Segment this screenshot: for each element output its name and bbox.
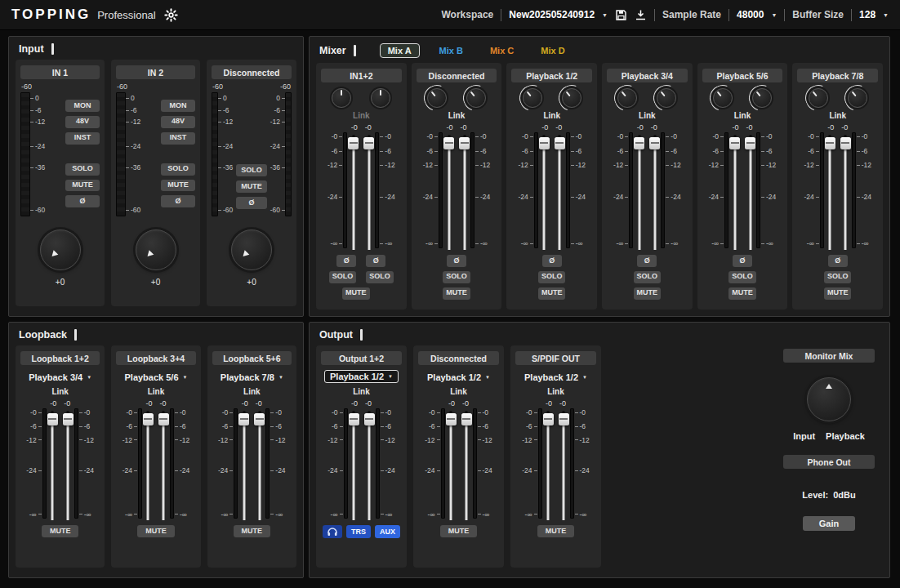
solo-button[interactable]: SOLO [65, 163, 100, 176]
trs-button[interactable]: TRS [346, 525, 371, 538]
fader-left[interactable] [825, 132, 835, 251]
mon-button[interactable]: MON [65, 100, 100, 112]
export-workspace-icon[interactable] [635, 9, 647, 21]
source-select[interactable]: Playback 7/8 ▼ [221, 372, 283, 382]
solo-button[interactable]: SOLO [824, 271, 852, 283]
link-toggle[interactable]: Link [448, 111, 466, 120]
link-toggle[interactable]: Link [148, 387, 165, 396]
fader-left[interactable] [729, 132, 740, 251]
link-toggle[interactable]: Link [543, 111, 560, 120]
fader-handle[interactable] [446, 413, 457, 425]
fader-handle[interactable] [634, 137, 644, 149]
mute-button[interactable]: MUTE [236, 180, 267, 193]
pan-knob-left[interactable] [617, 88, 637, 108]
fader-handle[interactable] [364, 413, 375, 425]
mute-button[interactable]: MUTE [634, 287, 662, 300]
fader-handle[interactable] [745, 137, 755, 149]
save-workspace-icon[interactable] [615, 9, 627, 21]
link-toggle[interactable]: Link [51, 387, 69, 396]
fader-left[interactable] [348, 132, 359, 251]
fader-handle[interactable] [543, 413, 554, 425]
inst-button[interactable]: INST [161, 132, 195, 145]
solo-button[interactable]: SOLO [634, 271, 662, 283]
pan-knob-left[interactable] [427, 88, 447, 108]
pan-knob-right[interactable] [371, 88, 390, 108]
fader-handle[interactable] [555, 137, 565, 149]
workspace-caret-icon[interactable]: ▼ [602, 12, 608, 18]
tab-mix-d[interactable]: Mix D [533, 44, 572, 57]
phase-button[interactable]: Ø [637, 255, 657, 267]
mute-button[interactable]: MUTE [234, 525, 271, 537]
fader-handle[interactable] [63, 413, 74, 425]
aux-button[interactable]: AUX [375, 525, 400, 538]
fader-left[interactable] [443, 132, 454, 251]
mute-button[interactable]: MUTE [137, 525, 175, 537]
pan-knob-right[interactable] [752, 88, 772, 108]
sample-rate-select[interactable]: 48000 [737, 9, 764, 20]
fader-handle[interactable] [825, 137, 835, 149]
headphone-button[interactable] [323, 525, 342, 538]
fader-handle[interactable] [158, 413, 169, 425]
link-toggle[interactable]: Link [450, 387, 467, 396]
mon-button[interactable]: MON [161, 100, 195, 112]
solo-button[interactable]: SOLO [728, 271, 756, 283]
mute-button[interactable]: MUTE [161, 180, 195, 192]
pan-knob-right[interactable] [466, 88, 486, 108]
fader-right[interactable] [158, 408, 169, 521]
source-select[interactable]: Playback 5/6 ▼ [124, 372, 187, 382]
buffer-size-select[interactable]: 128 [859, 9, 875, 20]
fader-right[interactable] [840, 132, 851, 251]
tab-mix-b[interactable]: Mix B [432, 44, 470, 57]
fader-handle[interactable] [539, 137, 550, 149]
fader-right[interactable] [559, 408, 569, 521]
solo-button[interactable]: SOLO [236, 164, 267, 176]
buffer-size-caret-icon[interactable]: ▼ [883, 12, 889, 18]
pan-knob-right[interactable] [848, 88, 867, 108]
fader-handle[interactable] [254, 413, 265, 425]
mute-button[interactable]: MUTE [538, 287, 566, 300]
phase-button[interactable]: Ø [65, 195, 100, 207]
monitor-mix-knob[interactable] [807, 377, 851, 421]
fader-right[interactable] [555, 132, 565, 251]
fader-handle[interactable] [559, 413, 569, 425]
phase-button[interactable]: Ø [733, 255, 752, 267]
solo-button[interactable]: SOLO [161, 163, 195, 176]
fader-handle[interactable] [461, 413, 472, 425]
phase-button[interactable]: Ø [161, 195, 195, 207]
phase-button[interactable]: Ø [336, 255, 356, 267]
phase-button[interactable]: Ø [447, 255, 466, 267]
link-toggle[interactable]: Link [829, 111, 846, 120]
source-select[interactable]: Playback 1/2 ▼ [427, 372, 490, 382]
source-select[interactable]: Playback 1/2 ▼ [324, 370, 399, 383]
fader-left[interactable] [446, 408, 457, 521]
fader-left[interactable] [143, 408, 154, 521]
phase-button[interactable]: Ø [828, 255, 848, 267]
pan-knob-right[interactable] [657, 88, 676, 108]
mute-button[interactable]: MUTE [65, 180, 100, 192]
fader-handle[interactable] [349, 413, 359, 425]
solo-button[interactable]: SOLO [329, 271, 357, 283]
mute-button[interactable]: MUTE [824, 287, 852, 300]
fader-right[interactable] [459, 132, 470, 251]
fader-right[interactable] [63, 408, 74, 521]
sample-rate-caret-icon[interactable]: ▼ [771, 12, 777, 18]
pan-knob-right[interactable] [562, 88, 581, 108]
pan-knob-left[interactable] [809, 88, 828, 108]
workspace-select[interactable]: New202505240912 [509, 9, 595, 20]
mute-button[interactable]: MUTE [42, 525, 79, 537]
settings-gear-icon[interactable] [164, 8, 178, 22]
link-toggle[interactable]: Link [639, 111, 656, 120]
link-toggle[interactable]: Link [547, 387, 564, 396]
gain-knob[interactable] [40, 229, 81, 270]
solo-button[interactable]: SOLO [366, 271, 394, 283]
fader-handle[interactable] [649, 137, 660, 149]
gain-button[interactable]: Gain [803, 516, 855, 531]
fader-right[interactable] [363, 132, 374, 251]
phantom-48v-button[interactable]: 48V [65, 116, 100, 128]
link-toggle[interactable]: Link [243, 387, 261, 396]
gain-knob[interactable] [136, 229, 176, 270]
link-toggle[interactable]: Link [353, 111, 370, 120]
fader-left[interactable] [634, 132, 644, 251]
inst-button[interactable]: INST [65, 132, 100, 145]
link-toggle[interactable]: Link [734, 111, 751, 120]
